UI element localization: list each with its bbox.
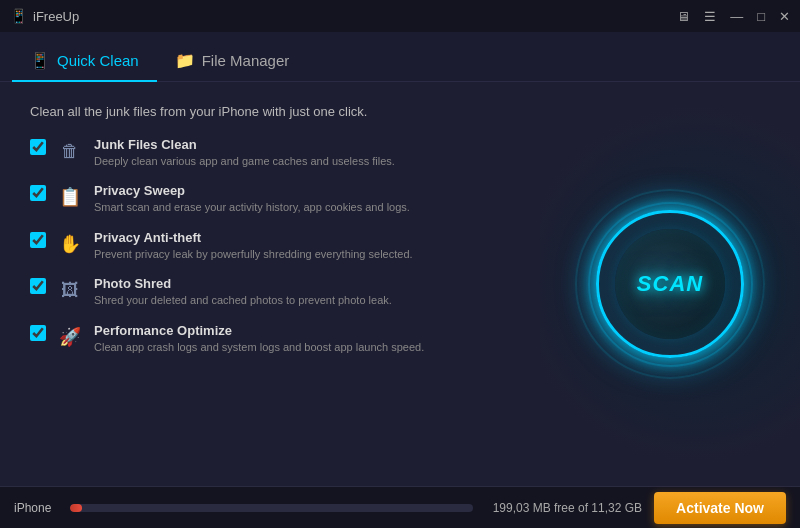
device-label: iPhone xyxy=(14,501,60,515)
storage-progress-bar xyxy=(70,504,473,512)
performance-optimize-title: Performance Optimize xyxy=(94,323,510,338)
feature-performance-optimize: 🚀 Performance Optimize Clean app crash l… xyxy=(30,323,510,355)
app-icon: 📱 xyxy=(10,8,27,24)
right-panel: SCAN xyxy=(540,82,800,486)
phone-titlebar-icon[interactable]: 🖥 xyxy=(677,9,690,24)
privacy-sweep-title: Privacy Sweep xyxy=(94,183,510,198)
scan-button[interactable]: SCAN xyxy=(615,229,725,339)
status-bar: iPhone 199,03 MB free of 11,32 GB Activa… xyxy=(0,486,800,528)
main-content: Clean all the junk files from your iPhon… xyxy=(0,82,800,486)
subtitle: Clean all the junk files from your iPhon… xyxy=(30,104,510,119)
feature-photo-shred: 🖼 Photo Shred Shred your deleted and cac… xyxy=(30,276,510,308)
maximize-button[interactable]: □ xyxy=(757,9,765,24)
app-title: iFreeUp xyxy=(33,9,79,24)
minimize-button[interactable]: — xyxy=(730,9,743,24)
feature-junk-files: 🗑 Junk Files Clean Deeply clean various … xyxy=(30,137,510,169)
junk-files-icon: 🗑 xyxy=(56,137,84,165)
file-manager-tab-icon: 📁 xyxy=(175,51,195,70)
activate-now-button[interactable]: Activate Now xyxy=(654,492,786,524)
privacy-antitheft-checkbox[interactable] xyxy=(30,232,46,248)
privacy-antitheft-icon: ✋ xyxy=(56,230,84,258)
photo-shred-title: Photo Shred xyxy=(94,276,510,291)
title-bar-left: 📱 iFreeUp xyxy=(10,8,79,24)
tab-bar: 📱 Quick Clean 📁 File Manager xyxy=(0,32,800,82)
storage-size-text: 199,03 MB free of 11,32 GB xyxy=(493,501,642,515)
menu-titlebar-icon[interactable]: ☰ xyxy=(704,9,716,24)
junk-files-checkbox[interactable] xyxy=(30,139,46,155)
privacy-antitheft-desc: Prevent privacy leak by powerfully shred… xyxy=(94,247,510,262)
quick-clean-tab-label: Quick Clean xyxy=(57,52,139,69)
photo-shred-icon: 🖼 xyxy=(56,276,84,304)
junk-files-desc: Deeply clean various app and game caches… xyxy=(94,154,510,169)
privacy-antitheft-title: Privacy Anti-theft xyxy=(94,230,510,245)
status-left: iPhone 199,03 MB free of 11,32 GB xyxy=(14,501,642,515)
quick-clean-tab-icon: 📱 xyxy=(30,51,50,70)
left-panel: Clean all the junk files from your iPhon… xyxy=(0,82,540,486)
title-bar-controls: 🖥 ☰ — □ ✕ xyxy=(677,9,790,24)
privacy-sweep-desc: Smart scan and erase your activity histo… xyxy=(94,200,510,215)
performance-optimize-icon: 🚀 xyxy=(56,323,84,351)
storage-progress-fill xyxy=(70,504,82,512)
performance-optimize-desc: Clean app crash logs and system logs and… xyxy=(94,340,510,355)
photo-shred-checkbox[interactable] xyxy=(30,278,46,294)
title-bar: 📱 iFreeUp 🖥 ☰ — □ ✕ xyxy=(0,0,800,32)
close-button[interactable]: ✕ xyxy=(779,9,790,24)
privacy-sweep-icon: 📋 xyxy=(56,183,84,211)
junk-files-title: Junk Files Clean xyxy=(94,137,510,152)
tab-quick-clean[interactable]: 📱 Quick Clean xyxy=(12,41,157,82)
feature-privacy-sweep: 📋 Privacy Sweep Smart scan and erase you… xyxy=(30,183,510,215)
tab-file-manager[interactable]: 📁 File Manager xyxy=(157,41,308,82)
performance-optimize-checkbox[interactable] xyxy=(30,325,46,341)
feature-list: 🗑 Junk Files Clean Deeply clean various … xyxy=(30,137,510,355)
feature-privacy-antitheft: ✋ Privacy Anti-theft Prevent privacy lea… xyxy=(30,230,510,262)
file-manager-tab-label: File Manager xyxy=(202,52,290,69)
photo-shred-desc: Shred your deleted and cached photos to … xyxy=(94,293,510,308)
privacy-sweep-checkbox[interactable] xyxy=(30,185,46,201)
scan-container: SCAN xyxy=(575,189,765,379)
